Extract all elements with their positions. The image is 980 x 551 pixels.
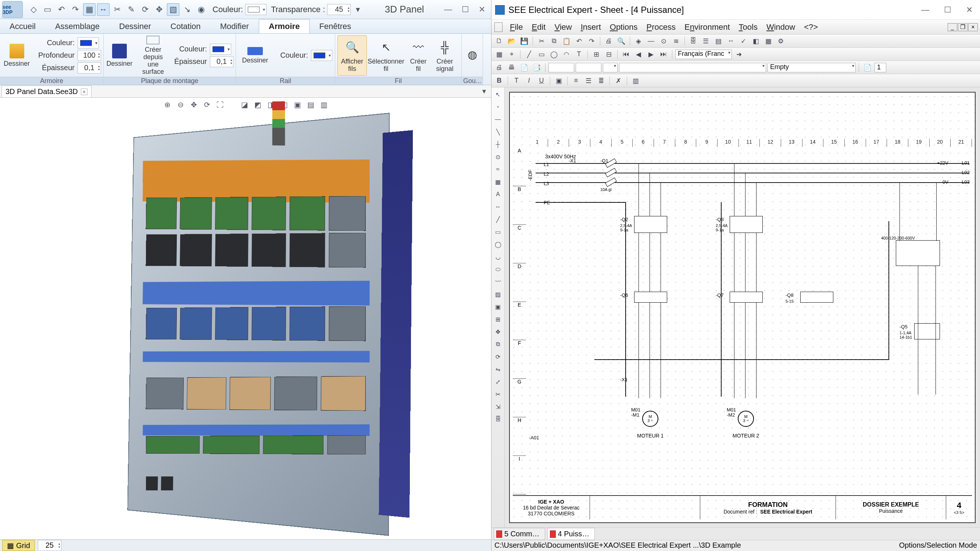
lang-select[interactable]: Français (Franc	[675, 49, 732, 59]
nav-prev-icon[interactable]: ◀	[633, 49, 644, 59]
document-tab[interactable]: 3D Panel Data.See3D ×	[2, 86, 92, 97]
bold-icon[interactable]: B	[494, 76, 505, 86]
page-icon[interactable]: 📄	[862, 62, 873, 73]
plc-v-icon[interactable]: ▦	[493, 176, 504, 187]
zoom-out-icon[interactable]: ⊖	[176, 100, 185, 110]
scale-select[interactable]	[603, 63, 617, 72]
qat-cut-icon[interactable]: ✂	[111, 3, 124, 16]
undo-icon[interactable]: ↶	[573, 36, 584, 46]
qat-rotate-icon[interactable]: ⟳	[139, 3, 151, 16]
preview-icon[interactable]: 🔍	[616, 36, 627, 46]
iso6-icon[interactable]: ▤	[306, 100, 315, 110]
grid-size-spin[interactable]: 25	[38, 540, 61, 551]
mdi-restore-icon[interactable]: ❐	[958, 23, 967, 31]
plaque-couleur-select[interactable]	[210, 44, 231, 55]
maximize-icon-r[interactable]: ☐	[944, 5, 951, 15]
z2-icon[interactable]: ⊟	[603, 49, 614, 59]
iso7-icon[interactable]: ▥	[319, 100, 329, 110]
arc-icon[interactable]: ◠	[561, 49, 572, 59]
ex-v-icon[interactable]: ⇲	[493, 401, 504, 412]
p3-icon[interactable]: 📄	[519, 62, 530, 73]
junc-icon[interactable]: ┼	[493, 139, 504, 150]
align-center-icon[interactable]: ☰	[583, 76, 594, 86]
ln-v-icon[interactable]: ╱	[493, 214, 504, 225]
gr-v-icon[interactable]: ⊞	[493, 314, 504, 325]
list-icon[interactable]: ☰	[700, 36, 711, 46]
qat-new-icon[interactable]: ◇	[27, 3, 40, 16]
check-icon[interactable]: ✓	[738, 36, 749, 46]
menu-process[interactable]: Process	[643, 21, 679, 33]
img-icon[interactable]: ▣	[553, 76, 564, 86]
menu-armoire[interactable]: Armoire	[259, 19, 310, 33]
close-icon-r[interactable]: ✕	[966, 5, 973, 15]
align-left-icon[interactable]: ≡	[571, 76, 582, 86]
qat-move-icon[interactable]: ✥	[153, 3, 165, 16]
menu-accueil[interactable]: Accueil	[0, 19, 46, 33]
minimize-icon-r[interactable]: —	[921, 5, 929, 15]
gou-button[interactable]: ◍	[464, 35, 481, 76]
new-icon[interactable]: 🗋	[494, 36, 505, 46]
qat-open-icon[interactable]: ▭	[41, 3, 54, 16]
snap-icon[interactable]: ⌖	[506, 49, 517, 59]
rect-icon[interactable]: ▭	[536, 49, 547, 59]
wire-icon-r[interactable]: —	[646, 36, 657, 46]
terminal-icon[interactable]: ⊙	[658, 36, 669, 46]
im-v-icon[interactable]: ▣	[493, 301, 504, 312]
wire-v-icon[interactable]: —	[493, 114, 504, 125]
ar-v-icon[interactable]: ◡	[493, 251, 504, 262]
menu-dessiner[interactable]: Dessiner	[110, 19, 161, 33]
qat-select-icon[interactable]: ▧	[167, 3, 180, 16]
qat-dim-icon[interactable]: ↔	[97, 3, 110, 16]
ci-v-icon[interactable]: ◯	[493, 239, 504, 250]
report-icon[interactable]: ▤	[713, 36, 724, 46]
nav-next-icon[interactable]: ▶	[646, 49, 657, 59]
qat-dropdown-icon[interactable]: ▾	[352, 3, 364, 16]
clear-fmt-icon[interactable]: ✗	[613, 76, 624, 86]
qat-couleur-select[interactable]	[245, 4, 267, 15]
t-normal-icon[interactable]: T	[511, 76, 522, 86]
qat-transp-spin[interactable]: 45	[327, 4, 351, 15]
armoire-epaiss-spin[interactable]: 0,1	[78, 62, 101, 73]
armoire-couleur-select[interactable]	[78, 38, 99, 49]
txt-v-icon[interactable]: A	[493, 189, 504, 200]
sc-v-icon[interactable]: ⤢	[493, 376, 504, 387]
circle-icon[interactable]: ◯	[549, 49, 560, 59]
scale-x-input[interactable]	[549, 63, 574, 72]
menu-fenetres[interactable]: Fenêtres	[310, 19, 361, 33]
open-icon[interactable]: 📂	[506, 36, 517, 46]
grid-icon-r[interactable]: ▦	[494, 49, 505, 59]
cursor-icon[interactable]: ↖	[493, 89, 504, 100]
sheet-tab-4puiss[interactable]: 4 Puiss…	[547, 528, 595, 540]
mv-v-icon[interactable]: ✥	[493, 326, 504, 337]
mdi-min-icon[interactable]: _	[948, 23, 957, 31]
menu-insert[interactable]: Insert	[577, 21, 605, 33]
cab-v-icon[interactable]: ≈	[493, 164, 504, 175]
qat-pencil-icon[interactable]: ✎	[125, 3, 137, 16]
text-icon[interactable]: T	[573, 49, 584, 59]
cable-icon[interactable]: ≋	[670, 36, 681, 46]
wire-d-icon[interactable]: ╲	[493, 126, 504, 137]
cp-v-icon[interactable]: ⧉	[493, 339, 504, 350]
term-v-icon[interactable]: ⊙	[493, 151, 504, 162]
qat-arrow-icon[interactable]: ↘	[181, 3, 193, 16]
rail-couleur-select[interactable]	[311, 50, 332, 61]
tabs-overflow-icon[interactable]: ▾	[478, 85, 490, 97]
italic-icon[interactable]: I	[523, 76, 535, 86]
layer-select[interactable]	[619, 63, 766, 72]
iso2-icon[interactable]: ◩	[253, 100, 262, 110]
cut-icon[interactable]: ✂	[536, 36, 547, 46]
minimize-icon[interactable]: —	[444, 5, 452, 14]
menu-assemblage[interactable]: Assemblage	[46, 19, 110, 33]
sym-icon-v[interactable]: ▫	[493, 102, 504, 113]
3d-icon[interactable]: ◧	[750, 36, 761, 46]
mdi-close-icon[interactable]: ×	[968, 23, 978, 31]
schematic-sheet[interactable]: 123456789101112131415161718192021 ABCDEF…	[509, 92, 975, 523]
dim-v-icon[interactable]: ↔	[493, 201, 504, 212]
fit-icon[interactable]: ⛶	[215, 100, 225, 110]
line-icon[interactable]: ╱	[523, 49, 535, 59]
gear-icon[interactable]: ⚙	[775, 36, 786, 46]
redo-icon[interactable]: ↷	[586, 36, 597, 46]
plaque-surface-button[interactable]: Créer depuis une surface	[136, 35, 170, 76]
qat-undo-icon[interactable]: ↶	[55, 3, 68, 16]
save-icon[interactable]: 💾	[519, 36, 530, 46]
